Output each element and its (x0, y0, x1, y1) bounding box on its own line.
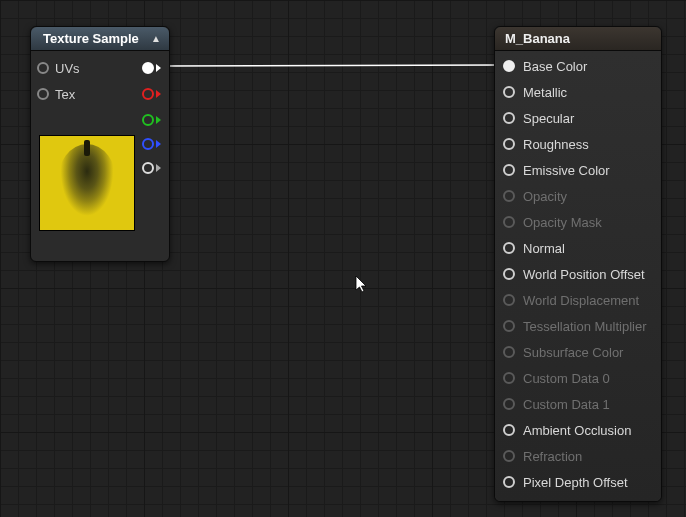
pin-label: Base Color (523, 59, 587, 74)
pin-arrow-icon (156, 64, 161, 72)
material-input-emissive-color[interactable]: Emissive Color (495, 157, 661, 183)
pin-label: Custom Data 0 (523, 371, 610, 386)
preview-content (84, 140, 90, 156)
pin-label: Opacity Mask (523, 215, 602, 230)
pin-arrow-icon (156, 164, 161, 172)
material-input-custom-data-0: Custom Data 0 (495, 365, 661, 391)
pin-icon (37, 88, 49, 100)
input-pin-uvs[interactable]: UVs (37, 61, 80, 76)
pin-arrow-icon (156, 140, 161, 148)
pin-label: World Position Offset (523, 267, 645, 282)
pin-label: Pixel Depth Offset (523, 475, 628, 490)
pin-icon (503, 138, 515, 150)
pin-icon (503, 216, 515, 228)
material-input-tessellation-multiplier: Tessellation Multiplier (495, 313, 661, 339)
pin-label: World Displacement (523, 293, 639, 308)
pin-arrow-icon (156, 116, 161, 124)
material-node-body: Base ColorMetallicSpecularRoughnessEmiss… (495, 51, 661, 501)
pin-icon (503, 424, 515, 436)
material-input-pixel-depth-offset[interactable]: Pixel Depth Offset (495, 469, 661, 495)
pin-icon (503, 372, 515, 384)
material-input-custom-data-1: Custom Data 1 (495, 391, 661, 417)
collapse-icon[interactable]: ▲ (151, 33, 161, 44)
pin-label: Ambient Occlusion (523, 423, 631, 438)
pin-label: Metallic (523, 85, 567, 100)
texture-sample-title: Texture Sample (43, 31, 139, 46)
material-output-node[interactable]: M_Banana Base ColorMetallicSpecularRough… (494, 26, 662, 502)
pin-icon (503, 112, 515, 124)
pin-label: Emissive Color (523, 163, 610, 178)
material-input-refraction: Refraction (495, 443, 661, 469)
pin-icon (142, 88, 154, 100)
pin-icon (503, 86, 515, 98)
material-input-base-color[interactable]: Base Color (495, 53, 661, 79)
pin-label: Tex (55, 87, 75, 102)
material-node-header[interactable]: M_Banana (495, 27, 661, 51)
material-input-opacity-mask: Opacity Mask (495, 209, 661, 235)
pin-icon (503, 190, 515, 202)
texture-sample-node[interactable]: Texture Sample ▲ UVs Tex (30, 26, 170, 262)
material-input-roughness[interactable]: Roughness (495, 131, 661, 157)
pin-icon (503, 346, 515, 358)
input-pin-tex[interactable]: Tex (37, 87, 75, 102)
output-pin-g[interactable] (142, 114, 161, 126)
material-input-subsurface-color: Subsurface Color (495, 339, 661, 365)
pin-label: Custom Data 1 (523, 397, 610, 412)
pin-icon (503, 398, 515, 410)
material-input-specular[interactable]: Specular (495, 105, 661, 131)
output-pin-a[interactable] (142, 162, 161, 174)
pin-label: Specular (523, 111, 574, 126)
output-pin-b[interactable] (142, 138, 161, 150)
material-input-normal[interactable]: Normal (495, 235, 661, 261)
texture-sample-header[interactable]: Texture Sample ▲ (31, 27, 169, 51)
pin-label: Roughness (523, 137, 589, 152)
material-node-title: M_Banana (505, 31, 570, 46)
pin-icon (142, 162, 154, 174)
pin-icon (503, 294, 515, 306)
texture-sample-body: UVs Tex (31, 51, 169, 189)
pin-icon (503, 450, 515, 462)
pin-icon (503, 268, 515, 280)
output-pin-r[interactable] (142, 88, 161, 100)
pin-icon (142, 138, 154, 150)
material-input-metallic[interactable]: Metallic (495, 79, 661, 105)
pin-icon (142, 114, 154, 126)
pin-icon (142, 62, 154, 74)
material-input-world-displacement: World Displacement (495, 287, 661, 313)
pin-arrow-icon (156, 90, 161, 98)
pin-icon (503, 60, 515, 72)
pin-icon (503, 476, 515, 488)
pin-label: Tessellation Multiplier (523, 319, 647, 334)
pin-icon (503, 242, 515, 254)
pin-label: Opacity (523, 189, 567, 204)
material-input-world-position-offset[interactable]: World Position Offset (495, 261, 661, 287)
pin-label: UVs (55, 61, 80, 76)
texture-preview[interactable] (39, 135, 135, 231)
pin-icon (37, 62, 49, 74)
output-pin-rgb[interactable] (142, 62, 161, 74)
material-input-ambient-occlusion[interactable]: Ambient Occlusion (495, 417, 661, 443)
material-input-opacity: Opacity (495, 183, 661, 209)
pin-icon (503, 164, 515, 176)
pin-label: Normal (523, 241, 565, 256)
pin-label: Subsurface Color (523, 345, 623, 360)
pin-label: Refraction (523, 449, 582, 464)
pin-icon (503, 320, 515, 332)
